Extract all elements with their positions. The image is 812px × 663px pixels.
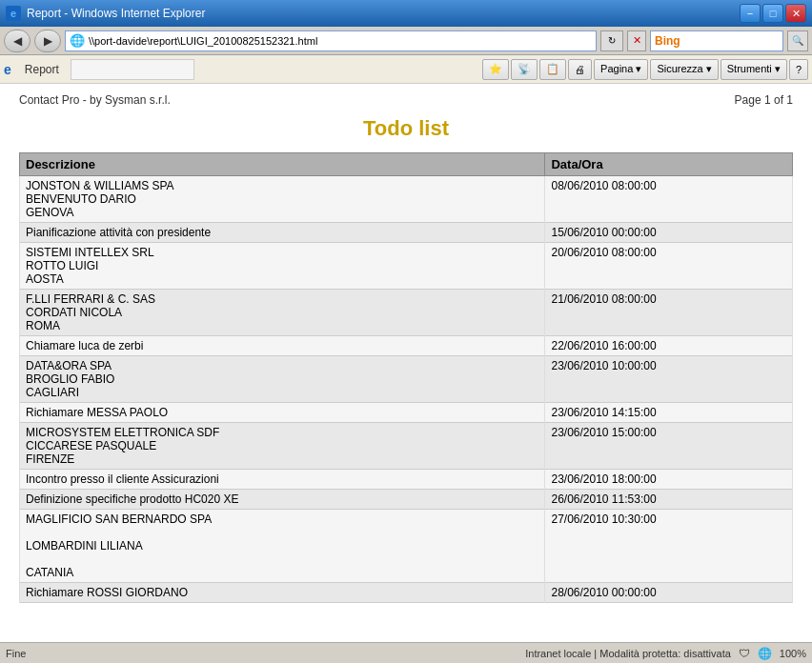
cell-descrizione: Chiamare luca de zerbi [20,336,545,356]
cell-descrizione: Definizione specifiche prodotto HC020 XE [20,490,545,510]
cell-data-ora: 22/06/2010 16:00:00 [545,336,793,356]
bing-search-box[interactable]: Bing [650,30,783,51]
cell-descrizione: Pianificazione attività con presidente [20,223,545,243]
help-label: ? [796,64,802,75]
cell-data-ora: 27/06/2010 10:30:00 [545,510,793,583]
address-ie-icon: 🌐 [70,33,85,49]
col-descrizione: Descrizione [20,153,545,176]
feeds-btn[interactable]: 📡 [511,59,538,80]
table-row: JONSTON & WILLIAMS SPABENVENUTO DARIOGEN… [20,176,793,223]
ie-menu-icon: e [4,62,11,77]
cell-data-ora: 26/06/2010 11:53:00 [545,490,793,510]
pagina-label: Pagina ▾ [600,63,641,75]
company-name: Contact Pro - by Sysman s.r.l. [19,93,171,107]
print-btn[interactable]: 🖨 [568,59,592,80]
restore-button[interactable]: □ [762,4,783,23]
table-row: Richiamare ROSSI GIORDANO28/06/2010 00:0… [20,583,793,603]
title-text: Report - Windows Internet Explorer [27,7,740,20]
content-area[interactable]: Contact Pro - by Sysman s.r.l. Page 1 of… [0,84,812,642]
cell-data-ora: 21/06/2010 08:00:00 [545,290,793,336]
cell-data-ora: 23/06/2010 10:00:00 [545,356,793,403]
pagina-btn[interactable]: Pagina ▾ [594,59,648,80]
status-bar: Fine Intranet locale | Modalità protetta… [0,642,812,663]
cell-descrizione: Richiamare MESSA PAOLO [20,403,545,423]
tab-label: Report [19,61,65,78]
minimize-button[interactable]: − [740,4,761,23]
globe-icon: 🌐 [758,647,772,660]
back-button[interactable]: ◀ [4,30,30,52]
cell-data-ora: 23/06/2010 15:00:00 [545,423,793,470]
table-header-row: Descrizione Data/Ora [20,153,793,176]
report-title: Todo list [19,116,793,141]
col-data-ora: Data/Ora [545,153,793,176]
cell-descrizione: MICROSYSTEM ELETTRONICA SDFCICCARESE PAS… [20,423,545,470]
table-row: SISTEMI INTELLEX SRLROTTO LUIGIAOSTA20/0… [20,243,793,290]
cell-data-ora: 23/06/2010 18:00:00 [545,470,793,490]
cell-data-ora: 23/06/2010 14:15:00 [545,403,793,423]
menu-bar: e Report ⭐ 📡 📋 🖨 Pagina ▾ Sicurezza ▾ St… [0,55,812,84]
table-row: MAGLIFICIO SAN BERNARDO SPALOMBARDINI LI… [20,510,793,583]
cell-data-ora: 28/06/2010 00:00:00 [545,583,793,603]
stop-button[interactable]: ✕ [627,30,646,51]
table-row: Chiamare luca de zerbi22/06/2010 16:00:0… [20,336,793,356]
sicurezza-label: Sicurezza ▾ [657,63,711,75]
title-buttons: − □ ✕ [740,4,806,23]
cell-descrizione: F.LLI FERRARI & C. SASCORDATI NICOLAROMA [20,290,545,336]
cell-descrizione: Incontro presso il cliente Assicurazioni [20,470,545,490]
help-btn[interactable]: ? [789,59,808,80]
strumenti-btn[interactable]: Strumenti ▾ [721,59,787,80]
content-wrapper: Contact Pro - by Sysman s.r.l. Page 1 of… [0,84,812,642]
report-header: Contact Pro - by Sysman s.r.l. Page 1 of… [19,93,793,107]
intranet-status: Intranet locale | Modalità protetta: dis… [525,648,731,659]
cell-descrizione: SISTEMI INTELLEX SRLROTTO LUIGIAOSTA [20,243,545,290]
sicurezza-btn[interactable]: Sicurezza ▾ [650,59,718,80]
cell-data-ora: 15/06/2010 00:00:00 [545,223,793,243]
cell-descrizione: Richiamare ROSSI GIORDANO [20,583,545,603]
history-btn[interactable]: 📋 [539,59,566,80]
page-info: Page 1 of 1 [735,93,793,107]
cell-descrizione: DATA&ORA SPABROGLIO FABIOCAGLIARI [20,356,545,403]
title-bar: e Report - Windows Internet Explorer − □… [0,0,812,27]
zoom-level: 100% [780,648,806,659]
close-button[interactable]: ✕ [785,4,806,23]
shield-icon: 🛡 [739,647,750,660]
table-row: DATA&ORA SPABROGLIO FABIOCAGLIARI23/06/2… [20,356,793,403]
bing-label: Bing [655,34,680,48]
address-url[interactable]: \\port-davide\report\LUIGI_2010082515232… [89,35,317,47]
cell-descrizione: JONSTON & WILLIAMS SPABENVENUTO DARIOGEN… [20,176,545,223]
status-right: Intranet locale | Modalità protetta: dis… [525,647,806,660]
search-button[interactable]: 🔍 [787,30,808,51]
strumenti-label: Strumenti ▾ [727,63,781,75]
forward-button[interactable]: ▶ [34,30,61,52]
ie-title-icon: e [6,6,21,21]
table-row: Definizione specifiche prodotto HC020 XE… [20,490,793,510]
table-row: MICROSYSTEM ELETTRONICA SDFCICCARESE PAS… [20,423,793,470]
refresh-button[interactable]: ↻ [600,30,623,51]
cell-descrizione: MAGLIFICIO SAN BERNARDO SPALOMBARDINI LI… [20,510,545,583]
table-row: Richiamare MESSA PAOLO23/06/2010 14:15:0… [20,403,793,423]
report-table: Descrizione Data/Ora JONSTON & WILLIAMS … [19,152,793,603]
toolbar-icons: ⭐ 📡 📋 🖨 Pagina ▾ Sicurezza ▾ Strumenti ▾… [482,59,808,80]
cell-data-ora: 08/06/2010 08:00:00 [545,176,793,223]
status-text: Fine [6,648,516,659]
tab-input [71,59,194,80]
cell-data-ora: 20/06/2010 08:00:00 [545,243,793,290]
favorites-btn[interactable]: ⭐ [482,59,509,80]
table-row: Pianificazione attività con presidente15… [20,223,793,243]
address-input[interactable]: 🌐 \\port-davide\report\LUIGI_20100825152… [65,30,597,51]
table-row: F.LLI FERRARI & C. SASCORDATI NICOLAROMA… [20,290,793,336]
address-bar: ◀ ▶ 🌐 \\port-davide\report\LUIGI_2010082… [0,27,812,55]
table-row: Incontro presso il cliente Assicurazioni… [20,470,793,490]
